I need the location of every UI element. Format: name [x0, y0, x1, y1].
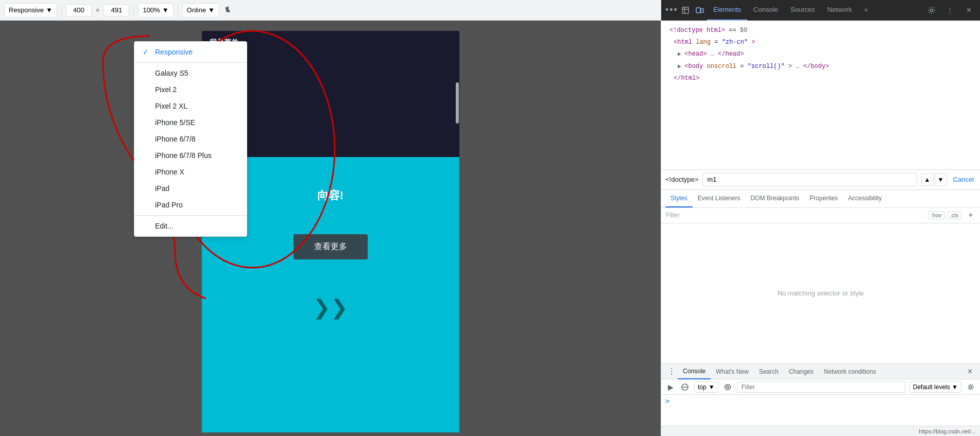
device-option-iphone5se[interactable]: iPhone 5/SE	[134, 114, 247, 131]
selector-cancel-button[interactable]: Cancel	[951, 176, 976, 183]
selector-next-button[interactable]: ▼	[935, 173, 947, 186]
dimension-separator: ×	[94, 6, 102, 14]
bottom-panel: ⋮ Console What's New Search Changes Netw…	[661, 363, 980, 436]
tab-elements-label: Elements	[713, 6, 741, 13]
device-option-label: Galaxy S5	[155, 69, 188, 77]
dom-line-html-close[interactable]: </html>	[661, 73, 980, 84]
device-option-pixel-2[interactable]: Pixel 2	[134, 81, 247, 98]
sub-tab-dom-label: DOM Breakpoints	[750, 195, 799, 202]
device-option-ipad[interactable]: iPad	[134, 180, 247, 197]
block-icon	[681, 383, 689, 391]
dom-line-html[interactable]: <html lang = "zh-cn" >	[661, 37, 980, 48]
sub-tab-properties-label: Properties	[810, 195, 838, 202]
device-toggle-button[interactable]	[693, 3, 707, 18]
dom-line-head[interactable]: ▶ <head> … </head>	[661, 48, 980, 60]
tab-elements[interactable]: Elements	[707, 0, 747, 21]
sub-tab-styles-label: Styles	[670, 195, 687, 202]
console-filter-input[interactable]	[737, 381, 905, 393]
dom-tree: <!doctype html> == $0 <html lang = "zh-c…	[661, 21, 980, 169]
svg-point-10	[970, 386, 972, 388]
device-option-label: iPhone 6/7/8 Plus	[155, 151, 212, 160]
settings-icon	[928, 7, 935, 14]
sub-tab-properties[interactable]: Properties	[804, 189, 843, 207]
device-toolbar: Responsive ▼ × 100% ▼ Online ▼	[0, 0, 661, 21]
device-selector[interactable]: Responsive ▼	[4, 3, 57, 18]
bottom-tab-whats-new[interactable]: What's New	[711, 364, 754, 379]
settings-button[interactable]	[924, 3, 939, 18]
sub-tab-event-listeners[interactable]: Event Listeners	[693, 189, 746, 207]
svg-rect-1	[682, 7, 689, 13]
context-label: top	[698, 383, 707, 391]
touch-icon	[223, 6, 232, 14]
close-devtools-button[interactable]: ✕	[961, 3, 976, 18]
cls-badge[interactable]: .cls	[947, 211, 962, 219]
height-input[interactable]	[104, 4, 129, 16]
bottom-tab-changes[interactable]: Changes	[784, 364, 819, 379]
device-option-iphone-x[interactable]: iPhone X	[134, 164, 247, 180]
bottom-panel-three-dot[interactable]: ⋮	[665, 367, 678, 376]
bottom-tab-changes-label: Changes	[789, 368, 814, 375]
dropdown-divider-2	[134, 215, 247, 216]
console-level-selector[interactable]: Default levels ▼	[909, 381, 961, 393]
touch-mode-button[interactable]	[221, 4, 234, 16]
console-prompt[interactable]: >	[665, 397, 669, 405]
styles-filter-input[interactable]	[665, 211, 924, 219]
device-option-ipad-pro[interactable]: iPad Pro	[134, 197, 247, 213]
device-dropdown-icon: ▼	[46, 6, 53, 14]
status-url: https://blog.csdn.net/...	[919, 428, 976, 434]
bottom-panel-close-button[interactable]: ✕	[964, 365, 976, 378]
zoom-selector[interactable]: 100% ▼	[138, 3, 173, 18]
selector-input[interactable]	[702, 173, 917, 186]
bottom-tab-network-conditions[interactable]: Network conditions	[819, 364, 881, 379]
selector-prev-button[interactable]: ▲	[921, 173, 934, 186]
console-settings-button[interactable]	[966, 382, 976, 392]
bottom-tab-whats-new-label: What's New	[716, 368, 749, 375]
device-option-iphone678[interactable]: iPhone 6/7/8	[134, 131, 247, 147]
devtools-three-dot-left[interactable]: •••	[665, 5, 678, 15]
width-input[interactable]	[66, 4, 92, 16]
dom-line-doctype[interactable]: <!doctype html> == $0	[661, 25, 980, 37]
console-context-selector[interactable]: top ▼	[694, 381, 718, 393]
three-dot-menu-button[interactable]: ⋮	[943, 3, 957, 18]
sub-tab-accessibility-label: Accessibility	[848, 195, 882, 202]
network-throttle-selector[interactable]: Online ▼	[182, 3, 219, 18]
hover-badge[interactable]: :hov	[928, 211, 945, 219]
console-eye-button[interactable]	[723, 382, 733, 392]
tab-console[interactable]: Console	[747, 0, 784, 21]
selector-label: <!doctype>	[665, 176, 698, 183]
check-icon-empty	[143, 102, 151, 110]
tab-network[interactable]: Network	[821, 0, 858, 21]
sub-tab-dom-breakpoints[interactable]: DOM Breakpoints	[745, 189, 804, 207]
device-option-edit-label: Edit...	[155, 222, 174, 230]
add-style-rule-button[interactable]: +	[966, 210, 976, 220]
bottom-tab-network-conditions-label: Network conditions	[824, 368, 876, 375]
close-icon: ✕	[966, 6, 972, 14]
device-option-edit[interactable]: Edit...	[134, 218, 247, 234]
check-icon-empty	[143, 201, 151, 209]
scroll-handle[interactable]	[455, 31, 459, 432]
dom-line-body[interactable]: ▶ <body onscroll = "scroll()" > … </body…	[661, 61, 980, 73]
sub-tab-accessibility[interactable]: Accessibility	[843, 189, 887, 207]
console-run-button[interactable]: ▶	[665, 382, 676, 392]
tab-more-label: »	[864, 6, 868, 13]
device-option-responsive[interactable]: ✓ Responsive	[134, 44, 247, 60]
bottom-tab-console[interactable]: Console	[678, 364, 711, 379]
inspect-element-button[interactable]	[678, 3, 693, 18]
selector-bar: <!doctype> ▲ ▼ Cancel	[661, 169, 980, 190]
device-option-pixel-2xl[interactable]: Pixel 2 XL	[134, 98, 247, 114]
sub-tab-styles[interactable]: Styles	[665, 189, 693, 207]
mobile-view-more-button[interactable]: 查看更多	[294, 234, 368, 259]
context-dropdown-icon: ▼	[709, 383, 715, 391]
bottom-tab-search[interactable]: Search	[754, 364, 784, 379]
tab-more[interactable]: »	[858, 0, 874, 21]
device-option-iphone678plus[interactable]: iPhone 6/7/8 Plus	[134, 147, 247, 164]
styles-empty-state: No matching selector or style	[661, 223, 980, 364]
device-option-label: iPhone 6/7/8	[155, 135, 196, 143]
tab-sources[interactable]: Sources	[784, 0, 821, 21]
tab-console-label: Console	[753, 6, 778, 13]
console-clear-button[interactable]	[680, 382, 690, 392]
level-label: Default levels ▼	[913, 383, 958, 391]
device-option-label: iPhone 5/SE	[155, 118, 195, 127]
sub-panel-tabs: Styles Event Listeners DOM Breakpoints P…	[661, 190, 980, 208]
device-option-galaxy-s5[interactable]: Galaxy S5	[134, 65, 247, 81]
